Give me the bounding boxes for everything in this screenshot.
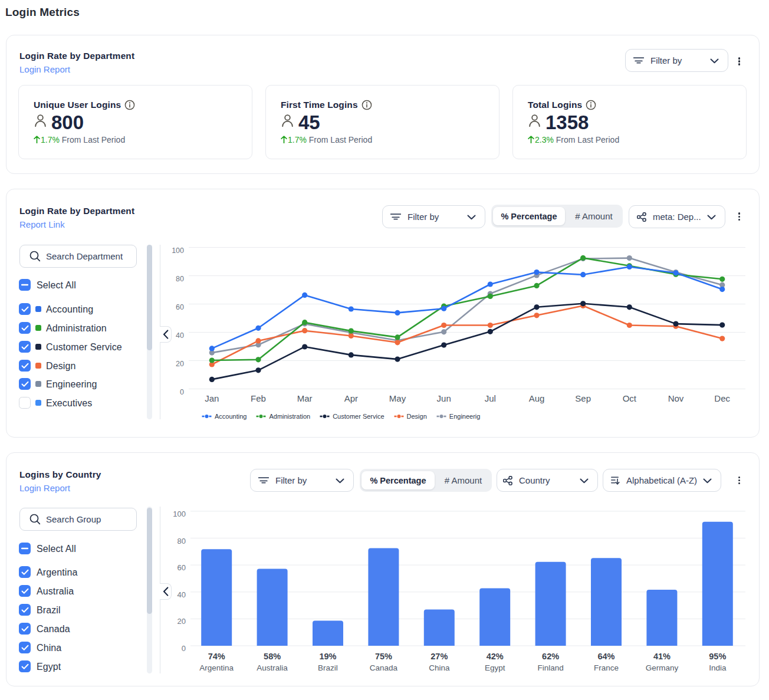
svg-text:Australia: Australia: [257, 663, 288, 672]
svg-text:42%: 42%: [487, 652, 504, 661]
svg-text:Finland: Finland: [537, 663, 563, 672]
svg-text:China: China: [429, 663, 450, 672]
svg-text:20: 20: [178, 617, 186, 626]
svg-text:100: 100: [173, 510, 186, 518]
svg-text:Egypt: Egypt: [485, 663, 505, 672]
svg-text:75%: 75%: [375, 652, 392, 661]
svg-text:Canada: Canada: [370, 663, 398, 672]
svg-text:Brazil: Brazil: [318, 663, 338, 672]
svg-text:95%: 95%: [709, 652, 726, 661]
svg-text:Germany: Germany: [646, 663, 679, 672]
svg-text:France: France: [594, 663, 619, 672]
svg-text:0: 0: [182, 644, 186, 653]
svg-text:India: India: [709, 663, 727, 672]
svg-text:60: 60: [178, 563, 186, 572]
svg-text:64%: 64%: [597, 652, 614, 661]
svg-text:58%: 58%: [264, 652, 281, 661]
svg-text:62%: 62%: [542, 652, 559, 661]
svg-text:40: 40: [178, 590, 186, 599]
svg-text:74%: 74%: [208, 652, 225, 661]
svg-text:19%: 19%: [319, 652, 336, 661]
svg-text:41%: 41%: [653, 652, 671, 661]
svg-text:27%: 27%: [430, 652, 448, 661]
svg-text:80: 80: [178, 537, 186, 545]
svg-text:Argentina: Argentina: [199, 663, 234, 672]
